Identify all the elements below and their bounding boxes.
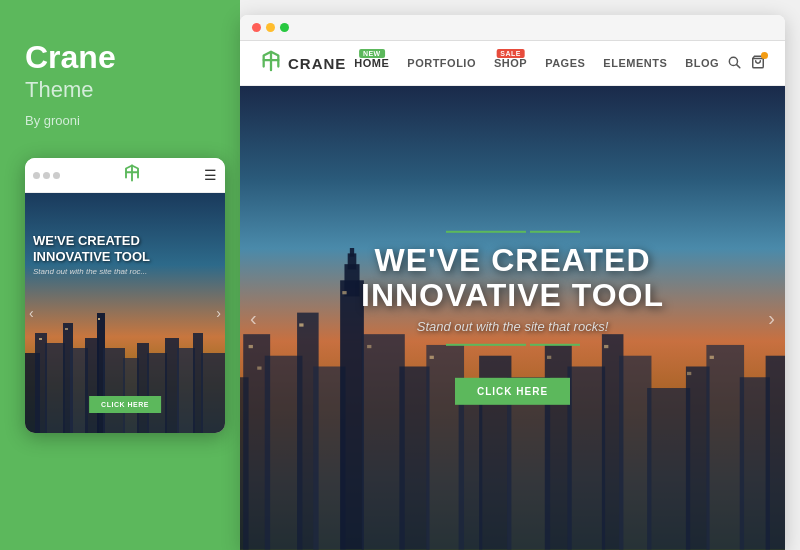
browser-dot-minimize[interactable] (266, 23, 275, 32)
svg-rect-7 (85, 338, 99, 433)
svg-rect-16 (201, 353, 225, 433)
mobile-dot-2 (43, 172, 50, 179)
site-logo: CRANE (260, 50, 346, 77)
cart-icon[interactable] (751, 55, 765, 72)
hero-line-top-long (446, 231, 526, 233)
mobile-dot-3 (53, 172, 60, 179)
nav-icons (727, 55, 765, 72)
desktop-mockup: CRANE NEW HOME PORTFOLIO SALE SHOP PAGES… (240, 15, 785, 550)
cart-badge (761, 52, 768, 59)
browser-dot-maximize[interactable] (280, 23, 289, 32)
hero-next-arrow[interactable]: › (768, 307, 775, 330)
mobile-hero-title: WE'VE CREATED INNOVATIVE TOOL (33, 233, 217, 264)
site-hero: WE'VE CREATED INNOVATIVE TOOL Stand out … (240, 86, 785, 550)
site-logo-text: CRANE (288, 55, 346, 72)
nav-badge-sale: SALE (496, 49, 525, 58)
hero-cta-button[interactable]: CLICK HERE (455, 378, 570, 405)
svg-rect-37 (459, 388, 483, 550)
svg-rect-47 (740, 378, 770, 550)
hero-title-line2: INNOVATIVE TOOL (295, 278, 731, 313)
svg-rect-4 (45, 343, 65, 433)
nav-badge-new: NEW (359, 49, 385, 58)
mobile-cta-button[interactable]: CLICK HERE (89, 396, 161, 413)
theme-title: Crane Theme By grooni (25, 40, 215, 158)
left-panel: Crane Theme By grooni ☰ (0, 0, 240, 550)
nav-item-blog[interactable]: BLOG (685, 57, 719, 69)
mobile-dots (33, 172, 60, 179)
mobile-next-arrow[interactable]: › (216, 305, 221, 321)
svg-rect-48 (766, 356, 785, 550)
mobile-screenshot: WE'VE CREATED INNOVATIVE TOOL Stand out … (25, 193, 225, 433)
mobile-overlay-text: WE'VE CREATED INNOVATIVE TOOL Stand out … (33, 233, 217, 276)
hero-content: WE'VE CREATED INNOVATIVE TOOL Stand out … (295, 231, 731, 405)
svg-rect-9 (103, 348, 125, 433)
search-icon[interactable] (727, 55, 741, 72)
mobile-crane-icon (123, 164, 141, 186)
browser-dot-close[interactable] (252, 23, 261, 32)
desktop-browser-content: CRANE NEW HOME PORTFOLIO SALE SHOP PAGES… (240, 41, 785, 550)
mobile-dot-1 (33, 172, 40, 179)
desktop-browser-bar (240, 15, 785, 41)
hero-title-line1: WE'VE CREATED (295, 243, 731, 278)
svg-rect-12 (147, 353, 167, 433)
theme-subtitle: Theme (25, 77, 215, 103)
nav-item-portfolio[interactable]: PORTFOLIO (407, 57, 476, 69)
svg-rect-18 (65, 328, 68, 330)
hero-line-bottom-short (530, 344, 580, 346)
svg-rect-44 (647, 388, 690, 550)
mobile-mockup: ☰ (25, 158, 225, 433)
svg-rect-19 (98, 318, 100, 320)
hero-title: WE'VE CREATED INNOVATIVE TOOL (295, 243, 731, 313)
mobile-prev-arrow[interactable]: ‹ (29, 305, 34, 321)
mobile-logo (123, 164, 141, 186)
mobile-hamburger-icon[interactable]: ☰ (204, 167, 217, 183)
theme-name: Crane (25, 40, 215, 75)
svg-rect-50 (257, 367, 261, 370)
hero-line-bottom-long (446, 344, 526, 346)
nav-item-elements[interactable]: ELEMENTS (603, 57, 667, 69)
svg-rect-14 (177, 348, 195, 433)
hero-line-top-short (530, 231, 580, 233)
mobile-tagline: Stand out with the site that roc... (33, 267, 217, 276)
svg-line-23 (737, 64, 740, 67)
theme-author: By grooni (25, 113, 215, 128)
mobile-top-bar: ☰ (25, 158, 225, 193)
svg-rect-49 (249, 345, 253, 348)
hero-tagline: Stand out with the site that rocks! (295, 319, 731, 334)
hero-prev-arrow[interactable]: ‹ (250, 307, 257, 330)
site-navbar: CRANE NEW HOME PORTFOLIO SALE SHOP PAGES… (240, 41, 785, 86)
nav-item-home[interactable]: NEW HOME (354, 57, 389, 69)
nav-item-pages[interactable]: PAGES (545, 57, 585, 69)
svg-rect-17 (39, 338, 42, 340)
nav-item-shop[interactable]: SALE SHOP (494, 57, 527, 69)
site-nav-items: NEW HOME PORTFOLIO SALE SHOP PAGES ELEME… (354, 57, 719, 69)
right-panel: CRANE NEW HOME PORTFOLIO SALE SHOP PAGES… (240, 0, 800, 550)
site-crane-icon (260, 50, 282, 77)
svg-rect-13 (165, 338, 179, 433)
